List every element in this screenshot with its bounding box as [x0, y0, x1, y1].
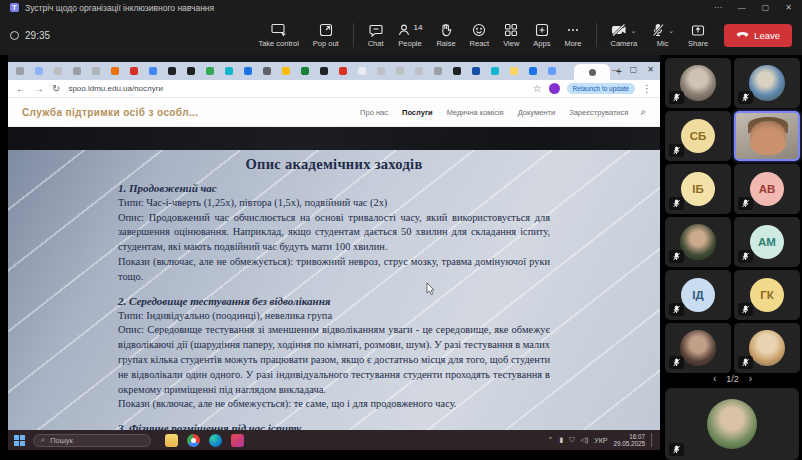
forward-icon[interactable]: → [34, 84, 44, 94]
titlebar: T Зустріч щодо організації інклюзивного … [0, 0, 802, 15]
pop-out-button[interactable]: Pop out [307, 21, 345, 50]
chat-button[interactable]: Chat [362, 21, 390, 50]
bookmark-star-icon[interactable]: ☆ [533, 84, 542, 94]
edge-icon[interactable] [209, 434, 222, 447]
office-app-icon[interactable] [231, 434, 244, 447]
mic-button[interactable]: ⌄ Mic [645, 21, 680, 50]
participant-initials-avatar: ІБ [681, 172, 715, 206]
site-brand[interactable]: Служба підтримки осіб з особл... [22, 107, 198, 118]
site-nav: Про нас· Послуги· Медична комісія· Докум… [360, 106, 646, 118]
site-hero-band [8, 127, 660, 150]
participant-tile[interactable]: ІБ [665, 164, 731, 214]
apps-icon [535, 23, 549, 37]
participant-tile[interactable]: ГК [734, 270, 800, 320]
window-more-icon[interactable]: ⋯ [714, 3, 722, 12]
nav-separator: · [394, 109, 396, 115]
raise-hand-icon [439, 23, 453, 37]
self-photo-avatar [707, 399, 757, 449]
language-indicator[interactable]: УКР [594, 437, 607, 444]
more-button[interactable]: More [558, 21, 587, 50]
participant-tile[interactable] [734, 323, 800, 373]
meeting-timer: 29:35 [25, 30, 50, 41]
participant-tile[interactable]: АВ [734, 164, 800, 214]
react-button[interactable]: React [464, 21, 496, 50]
browser-address-bar: ← → ↻ spoo.ldmu.edu.ua/послуги ☆ Relaunc… [8, 80, 660, 98]
section-2-indications: Покази (включає, але не обмежується): те… [118, 397, 550, 412]
back-icon[interactable]: ← [16, 84, 26, 94]
mic-muted-icon [669, 197, 684, 210]
toolbar-divider [353, 23, 354, 47]
teams-meeting-window: T Зустріч щодо організації інклюзивного … [0, 0, 802, 460]
browser-menu-icon[interactable]: ⋮ [642, 84, 652, 94]
browser-profile-avatar[interactable] [549, 83, 560, 94]
mic-chevron-icon[interactable]: ⌄ [668, 27, 674, 35]
participant-tile[interactable] [665, 323, 731, 373]
share-button[interactable]: Share [682, 21, 714, 50]
apps-button[interactable]: Apps [527, 21, 556, 50]
participant-tile[interactable] [665, 217, 731, 267]
document-body: Опис академічних заходів 1. Продовжений … [118, 150, 550, 430]
nav-medical[interactable]: Медична комісія [447, 108, 504, 117]
file-explorer-icon[interactable] [165, 434, 178, 447]
view-button[interactable]: View [497, 21, 525, 50]
participant-tile[interactable]: ІД [665, 270, 731, 320]
take-control-button[interactable]: Take control [252, 21, 304, 50]
mic-muted-icon [669, 303, 684, 316]
nav-services[interactable]: Послуги [402, 108, 433, 117]
pager-prev-icon[interactable]: ‹ [713, 373, 716, 384]
participant-tile[interactable]: АМ [734, 217, 800, 267]
view-icon [504, 23, 518, 37]
meeting-status-icon [10, 31, 19, 40]
browser-close-icon[interactable]: ✕ [647, 65, 654, 74]
page-content: Опис академічних заходів 1. Продовжений … [8, 150, 660, 430]
self-video-tile[interactable] [665, 388, 799, 460]
pager-next-icon[interactable]: › [749, 373, 752, 384]
nav-documents[interactable]: Документи [518, 108, 555, 117]
leave-phone-icon [736, 30, 749, 41]
taskbar-clock[interactable]: 16:07 29.05.2025 [613, 433, 645, 448]
reload-icon[interactable]: ↻ [52, 84, 60, 94]
volume-icon: ◁) [581, 436, 589, 444]
window-maximize-icon[interactable]: ▢ [762, 3, 770, 12]
camera-button[interactable]: ⌄ Camera [605, 21, 644, 50]
section-2-types: Типи: Індивідуально (поодинці), невелика… [118, 309, 550, 324]
raise-hand-button[interactable]: Raise [430, 21, 461, 50]
site-header: Служба підтримки осіб з особл... Про нас… [8, 98, 660, 127]
mic-muted-icon [669, 250, 684, 263]
browser-window-edge [8, 55, 660, 62]
window-close-icon[interactable]: ✕ [785, 3, 792, 12]
active-speaker-video-tile[interactable] [734, 111, 800, 161]
leave-button[interactable]: Leave [724, 24, 792, 47]
active-tab-favicon [589, 69, 596, 76]
browser-tab-favicons[interactable] [16, 67, 24, 75]
camera-chevron-icon[interactable]: ⌄ [630, 27, 636, 35]
participant-photo-avatar [680, 224, 716, 260]
site-search-icon[interactable]: ⌕ [640, 106, 646, 118]
nav-register[interactable]: Зареєструватися [569, 108, 628, 117]
share-icon [691, 23, 705, 37]
browser-maximize-icon[interactable]: ▢ [630, 65, 638, 74]
network-icon: ⛉ [569, 436, 574, 444]
nav-about[interactable]: Про нас [360, 108, 388, 117]
browser-minimize-icon[interactable]: — [612, 65, 620, 74]
participant-tile[interactable]: СБ [665, 111, 731, 161]
section-1-indications: Покази (включає, але не обмежується): тр… [118, 255, 550, 285]
meeting-toolbar: 29:35 Take control Pop out [0, 15, 802, 55]
participants-sidebar: СБ ІБ АВ АМ [663, 55, 802, 460]
participant-photo-avatar [680, 330, 716, 366]
show-desktop-button[interactable] [651, 433, 654, 447]
mic-muted-icon [738, 250, 753, 263]
people-button[interactable]: 14 People [392, 21, 429, 50]
shared-screen: + — ▢ ✕ ← → ↻ spoo.ldmu.edu.ua/послуги ☆… [8, 55, 660, 450]
browser-tab-strip[interactable]: + — ▢ ✕ [8, 62, 660, 80]
start-button[interactable] [14, 435, 25, 446]
active-browser-tab[interactable] [574, 64, 610, 80]
relaunch-update-button[interactable]: Relaunch to update [567, 83, 635, 94]
taskbar-search-input[interactable]: ⌕ Пошук [33, 434, 151, 447]
window-minimize-icon[interactable]: — [738, 3, 746, 12]
url-field[interactable]: spoo.ldmu.edu.ua/послуги [68, 84, 163, 93]
tray-chevron-icon[interactable]: ⌃ [548, 436, 554, 444]
chrome-icon[interactable] [187, 434, 200, 447]
participant-tile[interactable] [665, 58, 731, 108]
participant-tile[interactable] [734, 58, 800, 108]
